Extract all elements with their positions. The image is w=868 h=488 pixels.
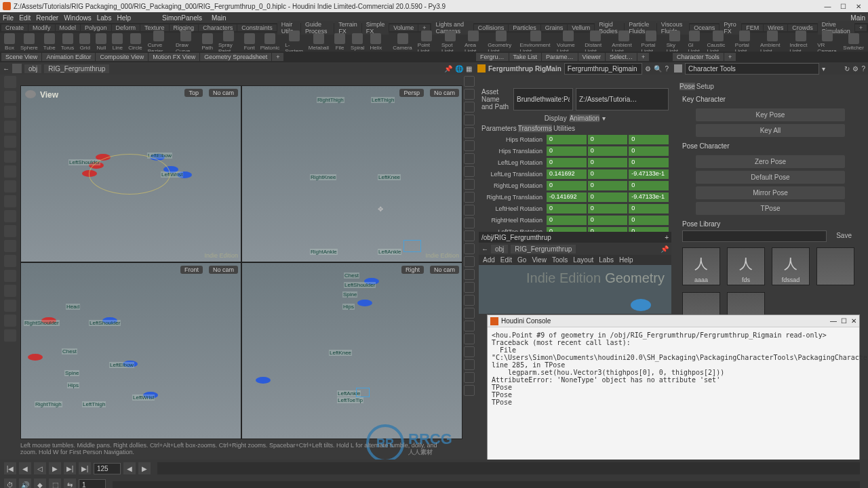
key-icon[interactable]: ◆	[34, 479, 46, 488]
joint[interactable]	[357, 300, 372, 306]
vp-tool-icon[interactable]	[464, 76, 475, 87]
param-y-field[interactable]: 0	[588, 204, 628, 214]
shelf-item[interactable]: Distant Light	[585, 30, 606, 54]
net-menu[interactable]: Labs	[599, 256, 614, 264]
shelf-item[interactable]: Ambient Light	[760, 30, 784, 54]
view-tag-nocam[interactable]: No cam	[209, 89, 238, 97]
desktop-dropdown[interactable]: SimonPanels	[162, 14, 202, 22]
shelf-item[interactable]: Path	[201, 33, 212, 51]
menu-file[interactable]: File	[3, 14, 14, 22]
param-z-field[interactable]: -9.47133e-1	[629, 169, 669, 179]
display-options-icon[interactable]	[4, 76, 16, 88]
param-x-field[interactable]: 0.141692	[547, 169, 587, 179]
default-pose-button[interactable]: Default Pose	[696, 171, 845, 184]
tool-icon[interactable]	[4, 300, 16, 312]
menu-help[interactable]: Help	[117, 14, 131, 22]
param-y-field[interactable]: 0	[588, 181, 628, 190]
tool-icon[interactable]	[4, 210, 16, 222]
tool-icon[interactable]	[4, 225, 16, 237]
vp-tool-icon[interactable]	[464, 282, 475, 293]
pane-tab-chartools[interactable]: Character Tools	[673, 53, 724, 61]
console-output[interactable]: <hou.Point #9 of geometry in /obj/RIG_Fe…	[488, 327, 859, 410]
search-icon[interactable]: 🔍	[654, 65, 662, 73]
shelf-set-dropdown[interactable]: Main	[212, 14, 226, 22]
shelf-item[interactable]: Geometry Light	[488, 30, 514, 54]
animation-tab[interactable]: Animation	[570, 115, 599, 122]
tool-icon[interactable]	[4, 314, 16, 327]
param-y-field[interactable]: 0	[588, 192, 628, 202]
shelf-item[interactable]: Null	[96, 33, 106, 51]
assetpath-field[interactable]	[576, 88, 669, 110]
joint[interactable]	[256, 377, 271, 384]
vp-tool-icon[interactable]	[464, 308, 475, 319]
vp-tool-icon[interactable]	[464, 166, 475, 177]
view-tag-nocam[interactable]: No cam	[209, 266, 238, 274]
view-tag-nocam[interactable]: No cam	[430, 266, 459, 274]
shelf-item[interactable]: Torus	[61, 33, 75, 51]
mirror-pose-button[interactable]: Mirror Pose	[696, 186, 845, 199]
view-tag-nocam[interactable]: No cam	[430, 89, 459, 97]
back-icon[interactable]: ←	[481, 245, 488, 253]
shelf-item[interactable]: Line	[112, 33, 123, 51]
gear-icon[interactable]: ⚙	[645, 65, 651, 73]
param-z-field[interactable]: 0	[629, 146, 669, 156]
subtab-utilities[interactable]: Utilities	[553, 125, 575, 132]
net-menu[interactable]: Add	[483, 256, 495, 264]
view-tag-top[interactable]: Top	[184, 89, 203, 97]
shelf-item[interactable]: Tube	[43, 33, 56, 51]
net-menu[interactable]: Layout	[573, 256, 593, 264]
tool-icon[interactable]	[4, 91, 16, 103]
param-x-field[interactable]: 0	[547, 204, 587, 214]
console-minimize-icon[interactable]: —	[830, 317, 837, 325]
chartab-setup[interactable]: Setup	[696, 83, 714, 90]
display-tab[interactable]: Display	[545, 115, 567, 122]
shelf-item[interactable]: Sky Light	[667, 30, 683, 54]
shelf-item[interactable]: L-System	[285, 30, 303, 54]
step-back-button[interactable]: ◀	[123, 462, 136, 474]
frame-field[interactable]	[94, 463, 121, 474]
back-icon[interactable]: ←	[3, 65, 9, 73]
tool-icon[interactable]	[4, 180, 16, 192]
view-tag-front[interactable]: Front	[180, 266, 203, 274]
shelf-tab[interactable]: Constraints	[237, 24, 277, 31]
settings-gear-icon[interactable]: ⚙	[852, 65, 859, 73]
shelf-tab[interactable]: Model	[56, 24, 81, 31]
pane-tab-animeditor[interactable]: Animation Editor	[42, 53, 95, 61]
tool-icon[interactable]	[4, 270, 16, 282]
param-z-field[interactable]: 0	[629, 135, 669, 144]
vp-tool-icon[interactable]	[464, 321, 475, 331]
subtab-parameters[interactable]: Parameters	[481, 125, 517, 132]
realtime-icon[interactable]: ⏱	[4, 479, 16, 488]
shelf-tab[interactable]: Create	[1, 24, 28, 31]
tool-icon[interactable]	[4, 195, 16, 207]
param-y-field[interactable]: 0	[588, 158, 628, 167]
viewport-right[interactable]: Right No cam Chest LeftShoulder Spine Hi…	[241, 262, 462, 439]
shelf-item[interactable]: Circle	[128, 33, 142, 51]
play-back-button[interactable]: ◁	[34, 462, 46, 474]
net-menu[interactable]: View	[532, 256, 547, 264]
param-y-field[interactable]: 0	[588, 135, 628, 144]
pane-tab[interactable]: Viewer	[578, 53, 605, 61]
shelf-item[interactable]: Portal Light	[735, 30, 755, 54]
grid-icon[interactable]: ▦	[466, 65, 472, 73]
tool-icon[interactable]	[4, 255, 16, 267]
shelf-item[interactable]: Point Light	[418, 30, 436, 54]
vp-tool-icon[interactable]	[464, 102, 475, 113]
scope-icon[interactable]: ⬚	[49, 479, 61, 488]
net-menu[interactable]: Tools	[552, 256, 568, 264]
pane-tab[interactable]: Select…	[606, 53, 637, 61]
range-icon[interactable]: ⇆	[64, 479, 76, 488]
path-obj[interactable]: obj	[491, 245, 508, 253]
shelf-item[interactable]: Volume Light	[557, 30, 579, 54]
pane-tab[interactable]: Fergru…	[476, 53, 509, 61]
key-all-button[interactable]: Key All	[696, 124, 845, 137]
shelf-item[interactable]: Indirect Light	[789, 30, 812, 54]
param-z-field[interactable]: 0	[629, 181, 669, 190]
assetname-field[interactable]	[513, 88, 573, 110]
vp-tool-icon[interactable]	[464, 359, 475, 370]
menu-edit[interactable]: Edit	[19, 14, 31, 22]
console-close-icon[interactable]: ✕	[851, 317, 856, 325]
minimize-button[interactable]: —	[821, 3, 834, 10]
shelf-item[interactable]: Draw Curve	[176, 30, 196, 54]
audio-icon[interactable]: 🔊	[19, 479, 31, 488]
